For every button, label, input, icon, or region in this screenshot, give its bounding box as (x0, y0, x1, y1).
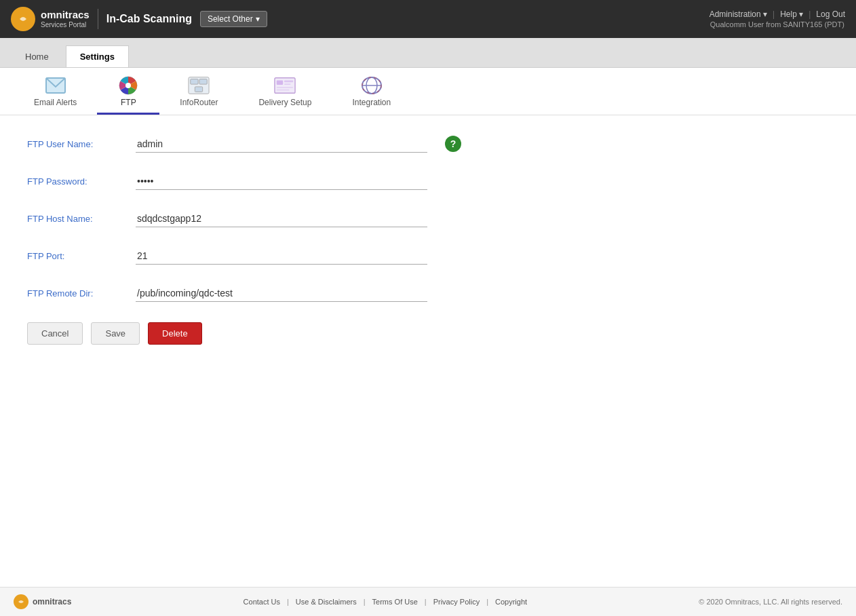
ftp-remotedir-label: FTP Remote Dir: (27, 288, 136, 299)
administration-link[interactable]: Administration ▾ (709, 9, 767, 19)
footer-left: omnitracs (14, 594, 71, 609)
inforouter-label: InfoRouter (180, 98, 218, 107)
main-content: ? FTP User Name: FTP Password: FTP Host … (0, 115, 856, 587)
ftp-remotedir-input[interactable] (136, 285, 427, 302)
user-info: Qualcomm User from SANITY165 (PDT) (710, 20, 844, 28)
integration-icon (361, 76, 383, 95)
svg-point-3 (125, 83, 131, 88)
button-row: Cancel Save Delete (27, 322, 448, 345)
tab-home[interactable]: Home (11, 45, 63, 67)
select-other-label: Select Other (208, 14, 253, 24)
ftp-hostname-input[interactable] (136, 210, 427, 227)
ftp-port-row: FTP Port: (27, 248, 448, 265)
admin-chevron-icon: ▾ (763, 9, 767, 19)
footer-brand: omnitracs (33, 597, 71, 607)
footer-links: Contact Us | Use & Disclaimers | Terms O… (237, 598, 534, 606)
contact-us-link[interactable]: Contact Us (237, 598, 287, 606)
ftp-port-input[interactable] (136, 248, 427, 265)
copyright-link[interactable]: Copyright (488, 598, 534, 606)
email-icon (45, 76, 66, 95)
svg-rect-9 (277, 80, 283, 85)
tab-integration[interactable]: Integration (332, 68, 411, 115)
footer-logo: omnitracs (14, 594, 71, 609)
header: omnitracs Services Portal In-Cab Scannin… (0, 0, 856, 38)
svg-rect-7 (195, 87, 203, 92)
ftp-hostname-label: FTP Host Name: (27, 214, 136, 224)
select-other-button[interactable]: Select Other ▾ (200, 11, 267, 27)
logo-text: omnitracs Services Portal (41, 9, 90, 29)
tab-ftp[interactable]: FTP (97, 68, 159, 115)
ftp-password-input[interactable] (136, 173, 427, 190)
icon-tabs: Email Alerts FTP InfoRou (0, 68, 856, 115)
ftp-port-label: FTP Port: (27, 251, 136, 261)
delivery-setup-label: Delivery Setup (258, 98, 311, 107)
ftp-password-label: FTP Password: (27, 176, 136, 187)
logout-link[interactable]: Log Out (816, 9, 845, 19)
svg-rect-13 (277, 90, 290, 91)
save-button[interactable]: Save (91, 322, 140, 345)
delivery-setup-icon (274, 76, 296, 95)
header-left: omnitracs Services Portal In-Cab Scannin… (11, 7, 267, 31)
inforouter-icon (188, 76, 210, 95)
header-divider (98, 9, 98, 29)
ftp-icon (117, 76, 139, 95)
tab-email-alerts[interactable]: Email Alerts (14, 68, 97, 115)
ftp-username-input[interactable] (136, 136, 427, 153)
ftp-remotedir-row: FTP Remote Dir: (27, 285, 448, 302)
cancel-button[interactable]: Cancel (27, 322, 83, 345)
brand-name: omnitracs (41, 9, 90, 21)
ftp-label: FTP (121, 98, 136, 107)
tab-settings[interactable]: Settings (66, 45, 129, 67)
ftp-password-row: FTP Password: (27, 173, 448, 190)
nav-tabs: Home Settings (0, 38, 856, 68)
help-icon[interactable]: ? (445, 136, 461, 152)
email-alerts-label: Email Alerts (34, 98, 77, 107)
ftp-username-row: FTP User Name: (27, 136, 448, 153)
use-disclaimers-link[interactable]: Use & Disclaimers (289, 598, 364, 606)
header-right: Administration ▾ | Help ▾ | Log Out Qual… (709, 9, 845, 28)
tab-inforouter[interactable]: InfoRouter (159, 68, 238, 115)
tab-delivery-setup[interactable]: Delivery Setup (238, 68, 332, 115)
ftp-hostname-row: FTP Host Name: (27, 210, 448, 227)
chevron-down-icon: ▾ (256, 14, 260, 24)
delete-button[interactable]: Delete (148, 322, 202, 345)
svg-rect-12 (277, 87, 293, 88)
svg-rect-5 (191, 79, 198, 85)
svg-rect-10 (284, 80, 293, 82)
services-portal-label: Services Portal (41, 21, 90, 29)
privacy-policy-link[interactable]: Privacy Policy (427, 598, 486, 606)
app-title: In-Cab Scanning (106, 13, 192, 25)
copyright-text: © 2020 Omnitracs, LLC. All rights reserv… (699, 598, 842, 606)
ftp-username-label: FTP User Name: (27, 139, 136, 149)
footer-logo-icon (14, 594, 28, 609)
help-link[interactable]: Help ▾ (780, 9, 803, 19)
logo-icon (11, 7, 35, 31)
integration-label: Integration (352, 98, 391, 107)
svg-rect-6 (199, 79, 207, 85)
ftp-form: ? FTP User Name: FTP Password: FTP Host … (0, 115, 475, 365)
header-nav-links: Administration ▾ | Help ▾ | Log Out (709, 9, 845, 19)
help-chevron-icon: ▾ (799, 9, 803, 19)
svg-rect-11 (284, 83, 290, 85)
logo: omnitracs Services Portal (11, 7, 90, 31)
footer: omnitracs Contact Us | Use & Disclaimers… (0, 587, 856, 616)
svg-rect-8 (275, 78, 295, 94)
terms-of-use-link[interactable]: Terms Of Use (366, 598, 425, 606)
